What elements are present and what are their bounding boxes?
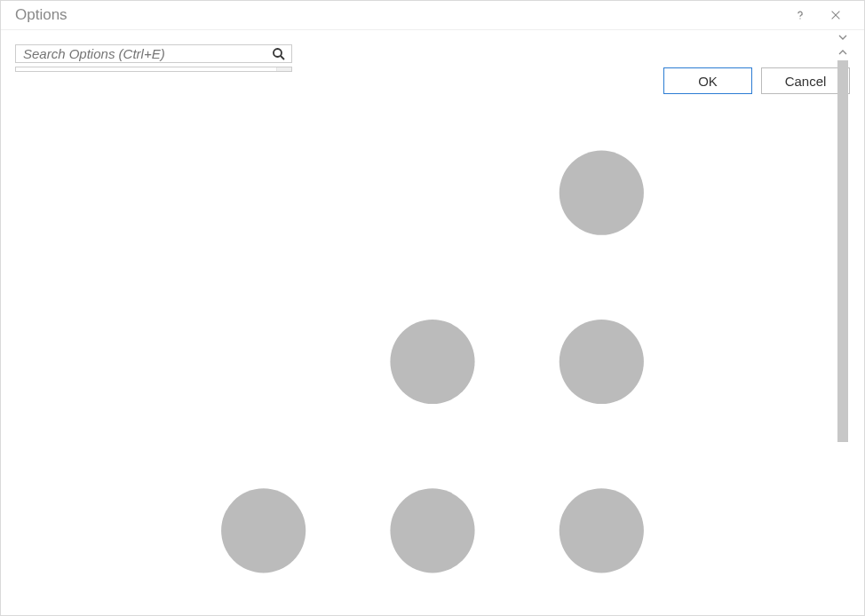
svg-point-7 (559, 320, 644, 404)
close-icon[interactable] (818, 1, 853, 29)
cancel-button[interactable]: Cancel (761, 67, 850, 94)
scroll-up-icon[interactable] (836, 44, 850, 59)
svg-point-8 (221, 488, 306, 573)
ok-button[interactable]: OK (663, 67, 752, 94)
svg-point-5 (559, 151, 644, 235)
svg-point-10 (559, 488, 644, 573)
titlebar: Options (1, 1, 864, 30)
svg-point-0 (799, 18, 800, 19)
scroll-down-icon[interactable] (836, 29, 850, 44)
resize-grip-icon[interactable] (1, 108, 864, 615)
window-title: Options (15, 6, 782, 24)
help-icon[interactable] (782, 1, 818, 29)
content-area: Container ToolsCross PlatformDatabase To… (1, 30, 864, 59)
options-tree[interactable]: Container ToolsCross PlatformDatabase To… (15, 67, 292, 72)
tree-scrollbar[interactable] (276, 67, 291, 71)
svg-point-3 (274, 49, 282, 57)
panel-scroll-thumb[interactable] (837, 60, 848, 442)
options-dialog: Options Contain (0, 0, 865, 616)
svg-point-9 (390, 488, 474, 573)
svg-point-6 (390, 320, 474, 404)
